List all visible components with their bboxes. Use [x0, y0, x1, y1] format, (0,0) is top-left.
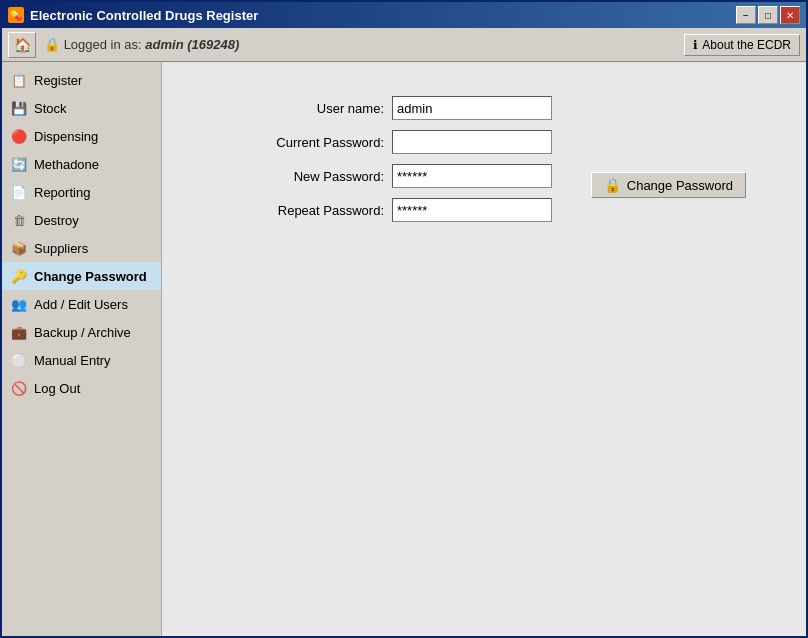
sidebar-label-add-edit-users: Add / Edit Users [34, 297, 128, 312]
sidebar-label-destroy: Destroy [34, 213, 79, 228]
sidebar-label-suppliers: Suppliers [34, 241, 88, 256]
backup-icon: 💼 [10, 323, 28, 341]
sidebar: 📋 Register 💾 Stock 🔴 Dispensing 🔄 Methad… [2, 62, 162, 636]
dispensing-icon: 🔴 [10, 127, 28, 145]
sidebar-item-reporting[interactable]: 📄 Reporting [2, 178, 161, 206]
logout-icon: 🚫 [10, 379, 28, 397]
new-password-label: New Password: [242, 169, 392, 184]
username-input[interactable] [392, 96, 552, 120]
about-icon: ℹ [693, 38, 698, 52]
sidebar-label-methadone: Methadone [34, 157, 99, 172]
lock-icon: 🔒 [604, 177, 621, 193]
title-controls: − □ ✕ [736, 6, 800, 24]
sidebar-label-manual-entry: Manual Entry [34, 353, 111, 368]
repeat-password-row: Repeat Password: [242, 198, 552, 222]
sidebar-label-backup-archive: Backup / Archive [34, 325, 131, 340]
logged-in-label: 🔒 Logged in as: admin (169248) [44, 37, 239, 52]
sidebar-item-manual-entry[interactable]: ⚪ Manual Entry [2, 346, 161, 374]
current-password-label: Current Password: [242, 135, 392, 150]
reporting-icon: 📄 [10, 183, 28, 201]
sidebar-item-log-out[interactable]: 🚫 Log Out [2, 374, 161, 402]
toolbar: 🏠 🔒 Logged in as: admin (169248) ℹ About… [2, 28, 806, 62]
current-password-input[interactable] [392, 130, 552, 154]
new-password-row: New Password: [242, 164, 552, 188]
sidebar-label-reporting: Reporting [34, 185, 90, 200]
username-label: User name: [242, 101, 392, 116]
username-row: User name: [242, 96, 552, 120]
repeat-password-label: Repeat Password: [242, 203, 392, 218]
app-icon: 💊 [8, 7, 24, 23]
sidebar-item-methadone[interactable]: 🔄 Methadone [2, 150, 161, 178]
content-panel: User name: Current Password: New Passwor… [162, 62, 806, 636]
title-bar-left: 💊 Electronic Controlled Drugs Register [8, 7, 258, 23]
sidebar-item-register[interactable]: 📋 Register [2, 66, 161, 94]
sidebar-item-backup-archive[interactable]: 💼 Backup / Archive [2, 318, 161, 346]
current-password-row: Current Password: [242, 130, 552, 154]
title-bar: 💊 Electronic Controlled Drugs Register −… [2, 2, 806, 28]
home-icon-button[interactable]: 🏠 [8, 32, 36, 58]
sidebar-label-stock: Stock [34, 101, 67, 116]
methadone-icon: 🔄 [10, 155, 28, 173]
sidebar-item-dispensing[interactable]: 🔴 Dispensing [2, 122, 161, 150]
change-password-icon: 🔑 [10, 267, 28, 285]
about-button[interactable]: ℹ About the ECDR [684, 34, 800, 56]
destroy-icon: 🗑 [10, 211, 28, 229]
main-window: 💊 Electronic Controlled Drugs Register −… [0, 0, 808, 638]
sidebar-label-change-password: Change Password [34, 269, 147, 284]
sidebar-label-register: Register [34, 73, 82, 88]
window-title: Electronic Controlled Drugs Register [30, 8, 258, 23]
maximize-button[interactable]: □ [758, 6, 778, 24]
suppliers-icon: 📦 [10, 239, 28, 257]
sidebar-label-log-out: Log Out [34, 381, 80, 396]
register-icon: 📋 [10, 71, 28, 89]
minimize-button[interactable]: − [736, 6, 756, 24]
sidebar-item-change-password[interactable]: 🔑 Change Password [2, 262, 161, 290]
users-icon: 👥 [10, 295, 28, 313]
sidebar-label-dispensing: Dispensing [34, 129, 98, 144]
sidebar-item-suppliers[interactable]: 📦 Suppliers [2, 234, 161, 262]
new-password-input[interactable] [392, 164, 552, 188]
change-password-button[interactable]: 🔒 Change Password [591, 172, 746, 198]
repeat-password-input[interactable] [392, 198, 552, 222]
change-password-form: User name: Current Password: New Passwor… [242, 96, 552, 232]
stock-icon: 💾 [10, 99, 28, 117]
sidebar-item-stock[interactable]: 💾 Stock [2, 94, 161, 122]
sidebar-item-destroy[interactable]: 🗑 Destroy [2, 206, 161, 234]
toolbar-left: 🏠 🔒 Logged in as: admin (169248) [8, 32, 239, 58]
sidebar-item-add-edit-users[interactable]: 👥 Add / Edit Users [2, 290, 161, 318]
close-button[interactable]: ✕ [780, 6, 800, 24]
main-area: 📋 Register 💾 Stock 🔴 Dispensing 🔄 Methad… [2, 62, 806, 636]
manual-icon: ⚪ [10, 351, 28, 369]
logged-in-user: admin (169248) [145, 37, 239, 52]
